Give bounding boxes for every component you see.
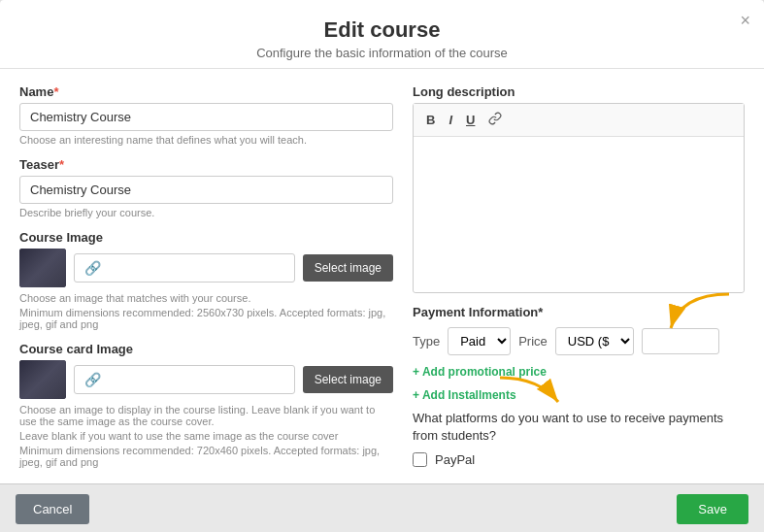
- course-card-thumb: [19, 360, 66, 399]
- course-card-hint3: Minimum dimensions recommended: 720x460 …: [19, 445, 393, 468]
- modal-title: Edit course: [19, 17, 745, 43]
- left-column: Name* Choose an interesting name that de…: [19, 84, 393, 468]
- editor-body[interactable]: [414, 137, 744, 292]
- add-promotional-link[interactable]: + Add promotional price: [413, 365, 745, 379]
- name-hint: Choose an interesting name that defines …: [19, 134, 393, 146]
- course-image-hint: Choose an image that matches with your c…: [19, 292, 393, 304]
- paypal-item: PayPal: [413, 452, 745, 467]
- link-icon-2: 🔗: [84, 372, 101, 387]
- select-card-button[interactable]: Select image: [303, 366, 393, 393]
- add-installments-link[interactable]: + Add Installments: [413, 388, 516, 402]
- price-input-wrapper: [642, 328, 719, 354]
- bold-button[interactable]: B: [421, 111, 440, 129]
- course-card-row: 🔗 Select image: [19, 360, 393, 399]
- long-desc-label: Long description: [413, 84, 745, 99]
- add-links-group: + Add promotional price + Add Installmen…: [413, 359, 745, 402]
- name-input[interactable]: [19, 103, 393, 131]
- teaser-hint: Describe briefly your course.: [19, 207, 393, 218]
- right-column: Long description B I U: [413, 84, 745, 468]
- course-image-thumb: [19, 249, 66, 287]
- paypal-label: PayPal: [435, 452, 475, 467]
- payment-controls: Type Paid Free Price USD ($ EUR (€ GBP (…: [413, 327, 719, 355]
- save-button[interactable]: Save: [677, 494, 748, 524]
- cancel-button[interactable]: Cancel: [16, 494, 89, 524]
- type-select[interactable]: Paid Free: [448, 327, 511, 355]
- name-label: Name*: [19, 84, 393, 99]
- course-card-url-input[interactable]: 🔗: [74, 365, 295, 394]
- course-image-section: Course Image 🔗 Select image Choose an im…: [19, 230, 393, 330]
- teaser-label: Teaser*: [19, 157, 393, 172]
- add-installments-wrapper: + Add Installments: [413, 382, 745, 402]
- price-input[interactable]: [642, 328, 719, 354]
- close-button[interactable]: ×: [740, 12, 750, 29]
- modal-footer: Cancel Save: [0, 483, 764, 532]
- course-card-label: Course card Image: [19, 342, 393, 356]
- editor-toolbar: B I U: [414, 104, 744, 137]
- price-label: Price: [518, 334, 548, 349]
- link-icon: 🔗: [84, 260, 101, 276]
- teaser-field-group: Teaser* Describe briefly your course.: [19, 157, 393, 218]
- platform-question: What platforms do you want to use to rec…: [413, 410, 745, 445]
- paypal-checkbox[interactable]: [413, 452, 427, 467]
- rich-editor: B I U: [413, 103, 745, 293]
- modal-subtitle: Configure the basic information of the c…: [19, 46, 745, 60]
- course-image-row: 🔗 Select image: [19, 249, 393, 287]
- type-label: Type: [413, 334, 440, 349]
- long-desc-group: Long description B I U: [413, 84, 745, 293]
- course-card-hint: Choose an image to display in the course…: [19, 404, 393, 427]
- payment-section: Payment Information* Type Paid Free Pric…: [413, 305, 745, 467]
- name-field-group: Name* Choose an interesting name that de…: [19, 84, 393, 146]
- course-card-section: Course card Image 🔗 Select image Choose …: [19, 342, 393, 468]
- course-image-label: Course Image: [19, 230, 393, 245]
- select-image-button[interactable]: Select image: [303, 254, 393, 282]
- italic-button[interactable]: I: [444, 111, 457, 129]
- link-button[interactable]: [483, 110, 507, 130]
- course-image-url-input[interactable]: 🔗: [74, 253, 295, 283]
- modal-header: Edit course Configure the basic informat…: [0, 0, 764, 69]
- modal-body: Name* Choose an interesting name that de…: [0, 69, 764, 483]
- underline-button[interactable]: U: [461, 111, 480, 129]
- course-card-hint2: Leave blank if you want to use the same …: [19, 430, 393, 442]
- teaser-input[interactable]: [19, 176, 393, 204]
- course-image-hint2: Minimum dimensions recommended: 2560x730…: [19, 307, 393, 330]
- edit-course-modal: Edit course Configure the basic informat…: [0, 0, 764, 532]
- currency-select[interactable]: USD ($ EUR (€ GBP (£: [555, 327, 634, 355]
- payment-title: Payment Information*: [413, 305, 745, 319]
